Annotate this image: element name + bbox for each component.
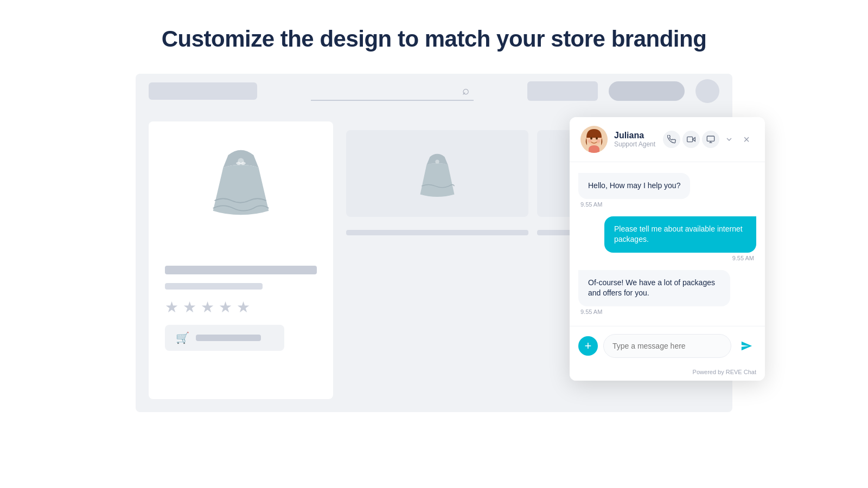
svg-marker-7 xyxy=(693,138,695,142)
navbar-avatar xyxy=(695,79,719,103)
video-button[interactable] xyxy=(682,131,700,148)
message-2: Please tell me about available internet … xyxy=(578,216,756,261)
search-bar: ⌕ xyxy=(311,81,474,101)
product-image-1 xyxy=(416,148,459,199)
svg-point-1 xyxy=(435,160,439,164)
cart-icon: 🛒 xyxy=(176,331,189,344)
message-input[interactable] xyxy=(603,334,731,358)
svg-rect-8 xyxy=(687,137,693,142)
message-1: Hello, How may I help you? 9.55 AM xyxy=(578,173,756,208)
chat-input-row: + xyxy=(570,326,765,365)
chat-widget: Juliana Support Agent xyxy=(570,117,765,381)
message-bubble-3: Of-course! We have a lot of packages and… xyxy=(578,270,730,306)
agent-name: Juliana xyxy=(614,131,656,140)
chat-header: Juliana Support Agent xyxy=(570,117,765,162)
message-time-1: 9.55 AM xyxy=(578,201,604,208)
screen-share-button[interactable] xyxy=(702,131,719,148)
minimize-button[interactable] xyxy=(722,132,737,147)
send-button[interactable] xyxy=(737,336,756,356)
page-title: Customize the design to match your store… xyxy=(162,26,707,52)
product-subtitle-bar xyxy=(165,283,263,290)
search-icon: ⌕ xyxy=(462,84,469,98)
message-bubble-1: Hello, How may I help you? xyxy=(578,173,690,199)
star-2: ★ xyxy=(183,298,196,316)
add-attachment-button[interactable]: + xyxy=(578,336,598,356)
add-to-cart-row: 🛒 xyxy=(165,325,284,351)
close-button[interactable]: × xyxy=(739,132,754,147)
message-time-2: 9.55 AM xyxy=(730,255,756,261)
store-navbar: ⌕ xyxy=(136,74,732,108)
svg-point-4 xyxy=(596,137,598,140)
product-stars: ★ ★ ★ ★ ★ xyxy=(165,298,317,316)
svg-rect-9 xyxy=(707,136,714,141)
chat-messages: Hello, How may I help you? 9.55 AM Pleas… xyxy=(570,162,765,326)
avatar xyxy=(580,126,608,153)
cart-label-bar xyxy=(196,335,261,341)
navbar-button-2 xyxy=(609,81,685,101)
navbar-button-1 xyxy=(527,81,598,101)
svg-point-3 xyxy=(590,137,592,140)
svg-point-5 xyxy=(588,139,591,143)
product-featured: ★ ★ ★ ★ ★ 🛒 xyxy=(149,121,333,399)
call-button[interactable] xyxy=(663,131,680,148)
message-3: Of-course! We have a lot of packages and… xyxy=(578,270,756,315)
header-controls: × xyxy=(663,131,754,148)
agent-info: Juliana Support Agent xyxy=(614,131,656,148)
agent-role: Support Agent xyxy=(614,140,656,148)
product-info: ★ ★ ★ ★ ★ 🛒 xyxy=(165,230,317,386)
powered-by: Powered by REVE Chat xyxy=(570,365,765,381)
bottom-bar-1 xyxy=(346,230,528,235)
message-time-3: 9.55 AM xyxy=(578,309,604,315)
message-bubble-2: Please tell me about available internet … xyxy=(604,216,756,253)
star-1: ★ xyxy=(165,298,178,316)
navbar-logo xyxy=(149,82,257,100)
star-5: ★ xyxy=(237,298,250,316)
product-title-bar xyxy=(165,266,317,274)
navbar-search: ⌕ xyxy=(268,81,516,101)
store-mockup: ⌕ xyxy=(136,74,732,412)
product-image-large xyxy=(197,134,284,221)
product-card-1 xyxy=(346,130,528,217)
svg-point-6 xyxy=(597,139,600,143)
star-3: ★ xyxy=(201,298,214,316)
star-4: ★ xyxy=(219,298,232,316)
